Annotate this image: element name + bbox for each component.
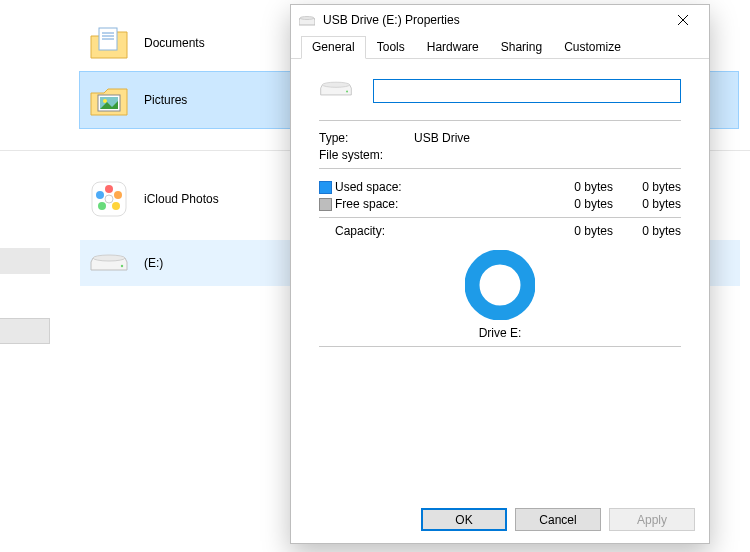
drive-icon — [88, 242, 130, 284]
svg-point-22 — [472, 257, 528, 313]
close-button[interactable] — [661, 5, 705, 35]
tab-tools[interactable]: Tools — [366, 36, 416, 59]
sidebar-stub-2 — [0, 318, 50, 344]
used-swatch-icon — [319, 181, 332, 194]
tab-customize[interactable]: Customize — [553, 36, 632, 59]
tab-general[interactable]: General — [301, 36, 366, 59]
svg-point-8 — [105, 195, 113, 203]
filesystem-label: File system: — [319, 148, 414, 162]
type-value: USB Drive — [414, 131, 470, 145]
ok-button[interactable]: OK — [421, 508, 507, 531]
folder-pictures-icon — [88, 79, 130, 121]
dialog-body: Type: USB Drive File system: Used space:… — [291, 59, 709, 498]
svg-point-13 — [96, 191, 104, 199]
used-human: 0 bytes — [621, 180, 681, 194]
icloud-photos-icon — [88, 178, 130, 220]
svg-point-21 — [346, 91, 348, 93]
free-space-row: Free space: 0 bytes 0 bytes — [319, 197, 681, 211]
list-item-label: (E:) — [144, 256, 163, 270]
separator — [319, 346, 681, 347]
titlebar[interactable]: USB Drive (E:) Properties — [291, 5, 709, 35]
svg-point-11 — [112, 202, 120, 210]
svg-point-16 — [121, 265, 123, 267]
sidebar-stub — [0, 248, 50, 274]
cancel-button[interactable]: Cancel — [515, 508, 601, 531]
svg-point-20 — [322, 82, 349, 87]
free-bytes: 0 bytes — [551, 197, 621, 211]
used-bytes: 0 bytes — [551, 180, 621, 194]
capacity-label: Capacity: — [335, 224, 435, 238]
properties-dialog: USB Drive (E:) Properties General Tools … — [290, 4, 710, 544]
used-label: Used space: — [335, 180, 435, 194]
titlebar-title: USB Drive (E:) Properties — [323, 13, 661, 27]
svg-point-17 — [300, 17, 314, 20]
list-item-label: iCloud Photos — [144, 192, 219, 206]
titlebar-drive-icon — [299, 14, 315, 26]
list-item-label: Documents — [144, 36, 205, 50]
svg-point-9 — [105, 185, 113, 193]
tab-sharing[interactable]: Sharing — [490, 36, 553, 59]
capacity-pie-icon — [465, 250, 535, 320]
type-label: Type: — [319, 131, 414, 145]
svg-point-6 — [103, 99, 107, 103]
apply-button[interactable]: Apply — [609, 508, 695, 531]
free-label: Free space: — [335, 197, 435, 211]
svg-point-15 — [93, 255, 125, 261]
tab-bar: General Tools Hardware Sharing Customize — [291, 35, 709, 59]
drive-caption: Drive E: — [319, 326, 681, 340]
tab-hardware[interactable]: Hardware — [416, 36, 490, 59]
folder-documents-icon — [88, 22, 130, 64]
free-swatch-icon — [319, 198, 332, 211]
used-space-row: Used space: 0 bytes 0 bytes — [319, 180, 681, 194]
svg-point-10 — [114, 191, 122, 199]
capacity-row: Capacity: 0 bytes 0 bytes — [319, 224, 681, 238]
svg-point-12 — [98, 202, 106, 210]
dialog-buttons: OK Cancel Apply — [291, 498, 709, 543]
drive-name-input[interactable] — [373, 79, 681, 103]
capacity-bytes: 0 bytes — [551, 224, 621, 238]
separator — [319, 120, 681, 121]
separator — [319, 217, 681, 218]
close-icon — [677, 14, 689, 26]
capacity-human: 0 bytes — [621, 224, 681, 238]
list-item-label: Pictures — [144, 93, 187, 107]
drive-large-icon — [319, 75, 353, 106]
free-human: 0 bytes — [621, 197, 681, 211]
